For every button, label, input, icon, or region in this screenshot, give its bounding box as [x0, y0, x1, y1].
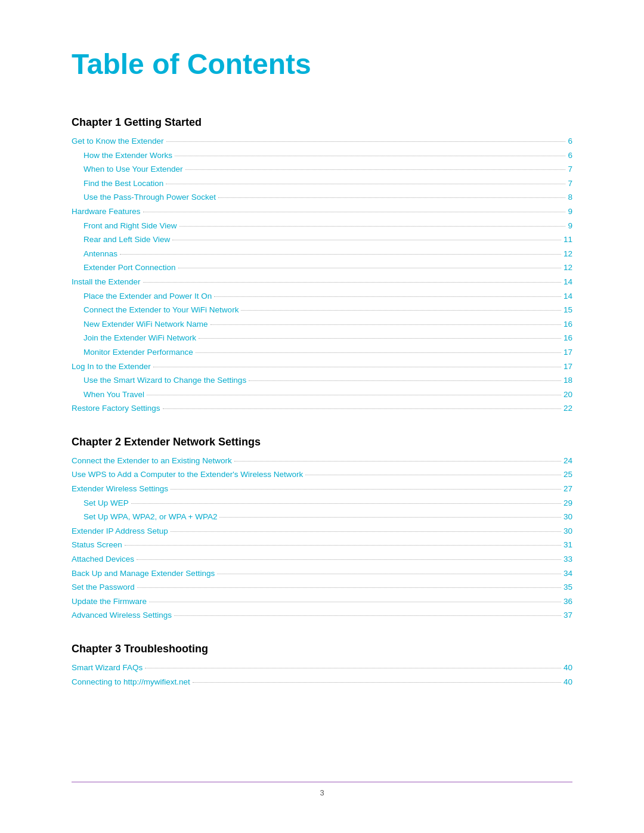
toc-page: 16 [564, 332, 572, 345]
toc-dots [166, 184, 565, 184]
toc-entry[interactable]: Set Up WEP29 [72, 497, 572, 510]
toc-entry[interactable]: Join the Extender WiFi Network16 [72, 332, 572, 345]
toc-dots [218, 197, 565, 198]
toc-entry[interactable]: Rear and Left Side View11 [72, 233, 572, 246]
toc-entry[interactable]: Smart Wizard FAQs40 [72, 661, 572, 674]
toc-entry[interactable]: New Extender WiFi Network Name16 [72, 318, 572, 331]
toc-label: Restore Factory Settings [72, 402, 160, 415]
toc-dots [210, 324, 561, 325]
toc-entry[interactable]: Attached Devices33 [72, 553, 572, 566]
chapter-block-2: Chapter 2 Extender Network SettingsConne… [72, 436, 572, 622]
toc-dots [171, 531, 561, 532]
toc-dots [175, 156, 565, 156]
toc-label: Set Up WPA, WPA2, or WPA + WPA2 [83, 510, 217, 524]
toc-entry[interactable]: Get to Know the Extender6 [72, 135, 572, 148]
page-title: Table of Contents [72, 48, 572, 80]
toc-page: 35 [564, 581, 572, 594]
toc-label: Front and Right Side View [83, 219, 177, 233]
toc-entry[interactable]: Set the Password35 [72, 581, 572, 594]
toc-dots [241, 310, 561, 311]
toc-entry[interactable]: Find the Best Location7 [72, 177, 572, 190]
toc-entry[interactable]: Log In to the Extender17 [72, 360, 572, 373]
toc-entry[interactable]: When You Travel20 [72, 388, 572, 401]
toc-dots [234, 461, 561, 462]
toc-page: 11 [564, 233, 572, 246]
toc-entry[interactable]: Use WPS to Add a Computer to the Extende… [72, 468, 572, 481]
toc-entry[interactable]: Advanced Wireless Settings37 [72, 609, 572, 622]
toc-entry[interactable]: Restore Factory Settings22 [72, 402, 572, 415]
toc-label: Status Screen [72, 538, 122, 552]
toc-page: 22 [564, 402, 572, 415]
toc-dots [153, 367, 561, 367]
toc-label: When You Travel [83, 388, 144, 401]
toc-entry[interactable]: Front and Right Side View9 [72, 219, 572, 233]
toc-entry[interactable]: Place the Extender and Power It On14 [72, 290, 572, 303]
toc-entry[interactable]: How the Extender Works6 [72, 149, 572, 162]
toc-page: 6 [568, 135, 572, 148]
toc-dots [137, 559, 561, 560]
toc-page: 18 [564, 374, 572, 387]
toc-entry[interactable]: Antennas12 [72, 247, 572, 261]
toc-entry[interactable]: Extender Wireless Settings27 [72, 482, 572, 496]
toc-label: Place the Extender and Power It On [83, 290, 212, 303]
toc-dots [193, 682, 561, 683]
toc-entry[interactable]: Connect the Extender to Your WiFi Networ… [72, 304, 572, 317]
toc-entry[interactable]: Install the Extender14 [72, 275, 572, 289]
toc-label: Install the Extender [72, 275, 141, 289]
toc-dots [125, 545, 561, 546]
toc-entry[interactable]: Use the Pass-Through Power Socket8 [72, 191, 572, 204]
toc-entry[interactable]: Back Up and Manage Extender Settings34 [72, 567, 572, 580]
page-number: 3 [320, 788, 324, 797]
toc-entry[interactable]: Set Up WPA, WPA2, or WPA + WPA230 [72, 510, 572, 524]
toc-page: 25 [564, 468, 572, 481]
toc-entry[interactable]: Monitor Extender Performance17 [72, 346, 572, 359]
toc-dots [120, 254, 561, 255]
toc-page: 9 [568, 205, 572, 218]
toc-entry[interactable]: Extender Port Connection12 [72, 261, 572, 274]
toc-entry[interactable]: Connect the Extender to an Existing Netw… [72, 454, 572, 467]
toc-label: Log In to the Extender [72, 360, 151, 373]
chapter-block-1: Chapter 1 Getting StartedGet to Know the… [72, 116, 572, 415]
toc-page: 17 [564, 360, 572, 373]
toc-page: 29 [564, 497, 572, 510]
toc-page: 36 [564, 595, 572, 608]
toc-page: 12 [564, 261, 572, 274]
toc-dots [143, 212, 566, 212]
toc-page: 9 [568, 219, 572, 233]
toc-page: 20 [564, 388, 572, 401]
toc-entry[interactable]: Hardware Features9 [72, 205, 572, 218]
toc-page: 8 [568, 191, 572, 204]
toc-page: 30 [564, 510, 572, 524]
toc-dots [163, 408, 561, 409]
toc-entry[interactable]: Use the Smart Wizard to Change the Setti… [72, 374, 572, 387]
toc-page: 15 [564, 304, 572, 317]
toc-label: Rear and Left Side View [83, 233, 170, 246]
toc-section-2: Connect the Extender to an Existing Netw… [72, 454, 572, 622]
toc-label: Extender Port Connection [83, 261, 176, 274]
toc-label: Use the Smart Wizard to Change the Setti… [83, 374, 246, 387]
toc-section-1: Get to Know the Extender6How the Extende… [72, 135, 572, 415]
footer: 3 [72, 782, 572, 797]
toc-page: 16 [564, 318, 572, 331]
toc-entry[interactable]: Connecting to http://mywifiext.net40 [72, 676, 572, 689]
toc-page: 12 [564, 247, 572, 261]
toc-dots [305, 475, 561, 475]
chapter-heading-1: Chapter 1 Getting Started [72, 116, 572, 129]
toc-label: Find the Best Location [83, 177, 163, 190]
toc-label: Connect the Extender to Your WiFi Networ… [83, 304, 239, 317]
toc-dots [179, 226, 566, 227]
toc-label: Connecting to http://mywifiext.net [72, 676, 190, 689]
toc-label: Attached Devices [72, 553, 134, 566]
toc-entry[interactable]: Status Screen31 [72, 538, 572, 552]
toc-entry[interactable]: Extender IP Address Setup30 [72, 525, 572, 538]
toc-label: Get to Know the Extender [72, 135, 164, 148]
toc-dots [171, 489, 561, 490]
toc-dots [196, 352, 561, 353]
toc-dots [147, 395, 561, 395]
toc-page: 40 [564, 661, 572, 674]
toc-dots [199, 338, 561, 339]
toc-entry[interactable]: When to Use Your Extender7 [72, 163, 572, 176]
toc-entry[interactable]: Update the Firmware36 [72, 595, 572, 608]
toc-dots [174, 615, 561, 616]
toc-label: Connect the Extender to an Existing Netw… [72, 454, 232, 467]
